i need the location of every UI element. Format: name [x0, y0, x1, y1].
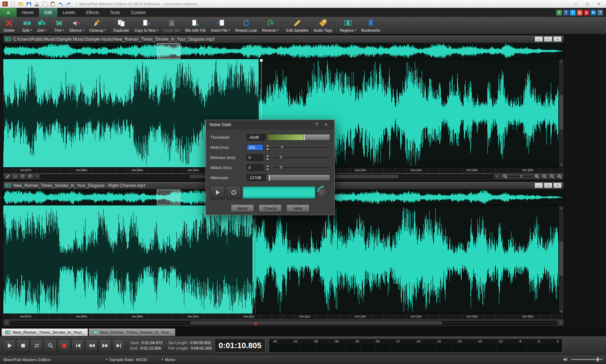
zoom-full-button[interactable]: [549, 173, 555, 179]
release-slider-handle[interactable]: [279, 155, 283, 160]
attenuate-slider-handle[interactable]: [269, 174, 271, 181]
overview-strip[interactable]: [3, 43, 564, 59]
release-value-input[interactable]: 0: [247, 154, 263, 161]
volume-slider[interactable]: [571, 359, 603, 360]
stop-button[interactable]: [17, 339, 29, 352]
spinner-up-icon[interactable]: [265, 164, 270, 168]
facebook-icon[interactable]: f: [563, 10, 569, 15]
threshold-slider[interactable]: [267, 134, 330, 141]
spinner-down-icon[interactable]: [265, 147, 270, 151]
align-button[interactable]: [19, 173, 26, 179]
pinterest-icon[interactable]: p: [584, 10, 589, 15]
time-ruler[interactable]: 1m:07s1m:08s1m:09s1m:10s1m:11s1m:12s1m:1…: [3, 314, 564, 319]
spinner-up-icon[interactable]: [265, 144, 270, 147]
zoom-slider[interactable]: [509, 174, 532, 179]
tab-effects[interactable]: Effects: [80, 8, 104, 17]
window-close-button[interactable]: ×: [553, 36, 562, 42]
redo-button[interactable]: [65, 0, 72, 7]
preview-play-button[interactable]: [210, 186, 225, 199]
toolbar-insert-file-button[interactable]: Insert File▾: [208, 17, 233, 34]
toolbar-regions-button[interactable]: Regions▾: [337, 17, 359, 34]
spinner-down-icon[interactable]: [265, 157, 270, 161]
toolbar-duplicate-button[interactable]: Duplicate: [111, 17, 132, 34]
copy-button[interactable]: [41, 0, 48, 7]
attack-value-input[interactable]: 0: [247, 164, 263, 171]
hold-value-input[interactable]: 200: [247, 144, 263, 151]
view-region-box[interactable]: [157, 43, 180, 59]
share-icon[interactable]: ↗: [556, 10, 562, 15]
toolbar-join-button[interactable]: Join▾: [35, 17, 49, 34]
window-close-button[interactable]: ×: [553, 183, 562, 188]
vertical-scrollbar[interactable]: ▲▼: [558, 59, 564, 167]
app-button[interactable]: [1, 0, 9, 7]
save-button[interactable]: [25, 0, 32, 7]
help-button[interactable]: Help: [286, 204, 309, 212]
threshold-slider-handle[interactable]: [304, 134, 306, 141]
scroll-up-icon[interactable]: ▲: [559, 59, 564, 64]
loop-button[interactable]: [30, 339, 43, 352]
scroll-right-icon[interactable]: ›: [558, 320, 563, 325]
toolbar-copy-to-new-button[interactable]: Copy to New▾: [132, 17, 161, 34]
scrollbar-thumb[interactable]: [559, 96, 563, 129]
window-restore-button[interactable]: □: [544, 36, 552, 42]
tab-home[interactable]: Home: [17, 8, 39, 17]
window-minimize-button[interactable]: –: [535, 183, 543, 188]
tab-custom[interactable]: Custom: [126, 8, 151, 17]
cancel-button[interactable]: Cancel: [259, 204, 282, 212]
toolbar-mix-with-file-button[interactable]: Mix with File: [183, 17, 208, 34]
toolbar-delete-button[interactable]: Delete: [1, 17, 17, 34]
list-button[interactable]: [27, 173, 34, 179]
go-to-end-button[interactable]: [113, 339, 125, 352]
hold-slider-handle[interactable]: [280, 145, 284, 150]
undo-button[interactable]: [57, 0, 64, 7]
google-plus-icon[interactable]: g: [577, 10, 583, 15]
toolbar-reverse-button[interactable]: Reverse▾: [259, 17, 281, 34]
record-button[interactable]: [58, 339, 70, 352]
preview-volume-knob[interactable]: [315, 183, 333, 202]
toolbar-audio-tags-button[interactable]: Audio Tags: [311, 17, 335, 34]
draw-button[interactable]: [12, 173, 18, 179]
help-icon[interactable]: ?: [597, 10, 603, 15]
dialog-close-icon[interactable]: ×: [321, 122, 331, 127]
zoom-slider-thumb[interactable]: [520, 174, 523, 178]
scrollbar-thumb[interactable]: [191, 321, 442, 324]
open-button[interactable]: [17, 0, 25, 7]
toolbar-split-button[interactable]: Split▾: [19, 17, 34, 34]
toolbar-cleanup-button[interactable]: Cleanup▾: [87, 17, 108, 34]
scroll-down-icon[interactable]: ▼: [559, 163, 564, 167]
toolbar-paste-mix-button[interactable]: Paste Mix: [161, 17, 183, 34]
zoom-selection-button[interactable]: [541, 173, 548, 179]
scrub-button[interactable]: [44, 339, 57, 352]
attack-slider[interactable]: [272, 164, 330, 171]
cut-button[interactable]: [33, 0, 40, 7]
twitter-icon[interactable]: t: [570, 10, 576, 15]
zoom-out-button[interactable]: [502, 173, 508, 179]
threshold-value-input[interactable]: -42dB: [247, 134, 265, 141]
release-slider[interactable]: [272, 154, 330, 161]
window-minimize-button[interactable]: –: [535, 36, 543, 42]
spinner-down-icon[interactable]: [265, 168, 270, 171]
zoom-vertical-button[interactable]: [556, 173, 563, 179]
dialog-titlebar[interactable]: Noise Gate ? ×: [206, 120, 334, 129]
dialog-help-icon[interactable]: ?: [312, 122, 321, 127]
apply-button[interactable]: Apply: [231, 204, 254, 212]
horizontal-scrollbar[interactable]: [10, 321, 557, 325]
view-region-box[interactable]: [157, 190, 180, 205]
fast-forward-button[interactable]: [99, 339, 111, 352]
toolbar-edit-samples-button[interactable]: Edit Samples: [284, 17, 311, 34]
window-restore-button[interactable]: □: [544, 183, 552, 188]
rewind-button[interactable]: [85, 339, 98, 352]
attenuate-slider[interactable]: [267, 174, 330, 181]
volume-control[interactable]: [563, 357, 603, 362]
go-to-start-button[interactable]: [71, 339, 84, 352]
new-button[interactable]: [9, 0, 17, 7]
document-tab-1[interactable]: New_Roman_Times_Smoke_In_Your_: [1, 328, 88, 336]
toolbar-bookmarks-button[interactable]: Bookmarks: [359, 17, 383, 34]
paste-button[interactable]: [49, 0, 56, 7]
tab-tools[interactable]: Tools: [105, 8, 126, 17]
app-maximize-button[interactable]: □: [581, 0, 593, 7]
vertical-scrollbar[interactable]: ▲▼: [558, 205, 564, 314]
app-close-button[interactable]: ×: [593, 0, 605, 7]
scroll-down-icon[interactable]: ▼: [559, 309, 564, 314]
sample-rate-selector[interactable]: ▾ Sample Rate: 44100: [106, 358, 147, 362]
